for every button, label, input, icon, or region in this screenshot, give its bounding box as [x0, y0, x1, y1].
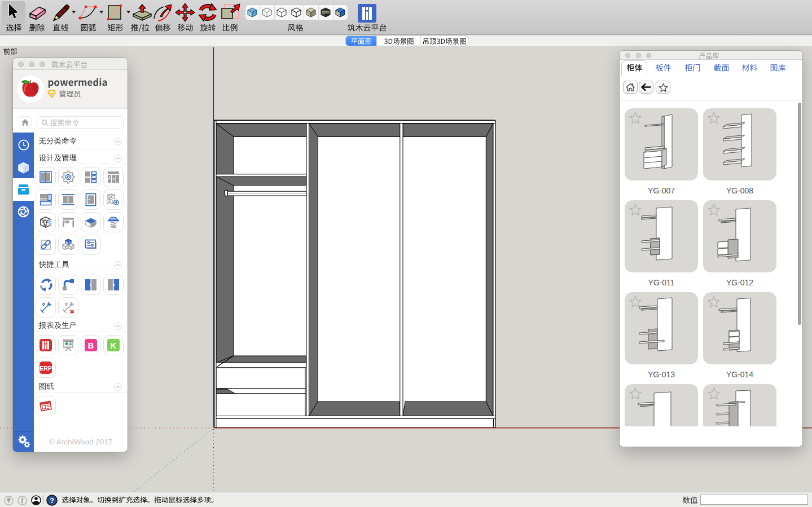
svg-text:?: ?: [50, 496, 54, 504]
svg-text:K: K: [111, 341, 117, 350]
svg-text:ERP: ERP: [39, 365, 52, 372]
svg-text:B: B: [88, 341, 94, 350]
